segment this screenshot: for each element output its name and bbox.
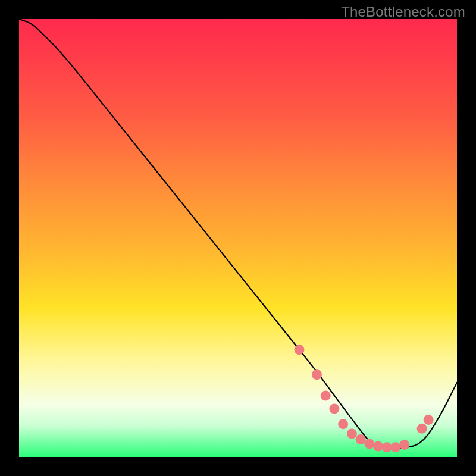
curve-layer (19, 19, 457, 457)
highlight-dot (347, 428, 357, 439)
chart-frame: TheBottleneck.com (0, 0, 476, 476)
highlight-dot (382, 442, 392, 452)
highlight-dot (364, 439, 374, 449)
highlight-dot (417, 424, 427, 434)
highlight-dot (295, 345, 305, 355)
highlight-dot (373, 441, 383, 452)
highlight-dot (399, 440, 409, 450)
highlight-dots (295, 345, 434, 452)
highlight-dot (321, 390, 331, 400)
highlight-dot (390, 442, 400, 452)
highlight-dot (338, 419, 348, 429)
watermark-label: TheBottleneck.com (341, 4, 465, 20)
highlight-dot (329, 404, 339, 414)
bottleneck-curve (19, 19, 457, 449)
highlight-dot (356, 434, 366, 444)
highlight-dot (312, 369, 322, 380)
plot-area (19, 19, 457, 457)
highlight-dot (424, 415, 434, 425)
